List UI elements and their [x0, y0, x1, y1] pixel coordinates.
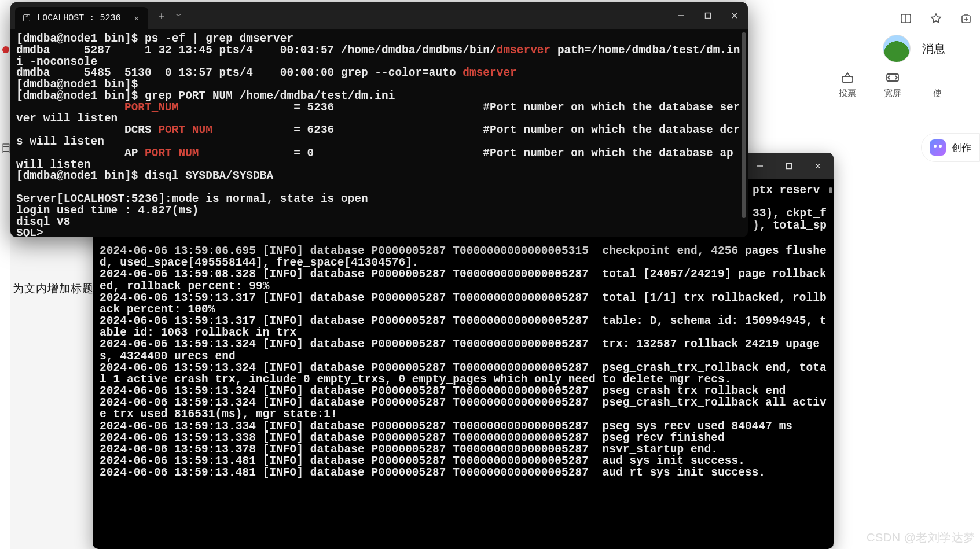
widescreen-label: 宽屏	[884, 88, 901, 99]
widescreen-icon	[884, 69, 901, 86]
terminal-text: dmserver	[497, 44, 551, 57]
widescreen-action[interactable]: 宽屏	[884, 69, 901, 99]
terminal-text: PORT_NUM	[124, 101, 179, 114]
terminal-text: PORT_NUM	[158, 124, 212, 137]
main-terminal-titlebar[interactable]: LOCALHOST : 5236 / SYSD ✕ ＋ ﹀	[10, 2, 748, 29]
use-icon	[929, 69, 945, 86]
log-right-partial: ptx_reserv 33), ckpt_f ), total_sp	[753, 185, 827, 231]
log-terminal-output[interactable]: 2024-06-06 13:59:06.695 [INFO] database …	[100, 245, 827, 542]
terminal-text: login used time : 4.827(ms)	[16, 204, 199, 217]
terminal-text: DCRS_	[16, 124, 158, 137]
messages-label[interactable]: 消息	[922, 41, 945, 57]
terminal-text: [dmdba@node1 bin]$ ps -ef | grep dmserve…	[16, 32, 293, 45]
maximize-button[interactable]	[695, 6, 721, 25]
terminal-text: AP_	[16, 147, 145, 160]
terminal-text: dmserver	[463, 67, 517, 79]
terminal-text: dmdba 5485 5130 0 13:57 pts/4 00:00:00 g…	[16, 67, 463, 79]
red-badge-icon	[2, 46, 9, 53]
scrollbar-track[interactable]	[742, 32, 746, 234]
tab-title: LOCALHOST : 5236 / SYSD	[37, 13, 126, 23]
terminal-text: disql V8	[16, 216, 71, 229]
terminal-text: [dmdba@node1 bin]$ disql SYSDBA/SYSDBA	[16, 170, 273, 182]
terminal-text: SQL>	[16, 227, 50, 237]
favorites-icon[interactable]	[929, 12, 943, 25]
vote-label: 投票	[839, 88, 856, 99]
terminal-text: [dmdba@node1 bin]$ grep PORT_NUM /home/d…	[16, 90, 395, 102]
tab-close-icon[interactable]: ✕	[133, 13, 140, 23]
split-view-icon[interactable]	[899, 12, 913, 25]
left-partial-2: 为文内增加标题，	[13, 281, 105, 296]
main-terminal-window: LOCALHOST : 5236 / SYSD ✕ ＋ ﹀ [dmdba@nod…	[10, 2, 748, 237]
browser-toolbar-icons	[899, 12, 973, 25]
ai-assist-pill[interactable]: 创作	[921, 133, 980, 162]
vote-icon	[839, 69, 856, 86]
minimize-button[interactable]	[747, 157, 773, 175]
ai-bot-icon	[930, 139, 946, 156]
use-action[interactable]: 使	[929, 69, 945, 99]
tab-dropdown-icon[interactable]: ﹀	[171, 11, 186, 21]
scrollbar-thumb[interactable]	[829, 187, 832, 193]
new-tab-button[interactable]: ＋	[152, 6, 171, 25]
close-button[interactable]	[805, 157, 831, 175]
svg-rect-2	[842, 76, 853, 82]
ai-assist-label: 创作	[952, 141, 971, 154]
left-gutter	[0, 0, 10, 549]
close-button[interactable]	[721, 6, 748, 25]
use-label: 使	[933, 88, 942, 99]
vote-action[interactable]: 投票	[839, 69, 856, 99]
svg-rect-5	[706, 13, 711, 19]
terminal-icon	[23, 14, 30, 21]
main-terminal-output[interactable]: [dmdba@node1 bin]$ ps -ef | grep dmserve…	[10, 29, 748, 237]
maximize-button[interactable]	[776, 157, 802, 175]
terminal-text: dmdba 5287 1 32 13:45 pts/4 00:03:57 /ho…	[16, 44, 497, 57]
profile-area: 消息	[883, 35, 945, 62]
terminal-text: PORT_NUM	[145, 147, 199, 160]
collections-icon[interactable]	[959, 12, 973, 25]
terminal-text: [dmdba@node1 bin]$	[16, 78, 138, 91]
terminal-tab[interactable]: LOCALHOST : 5236 / SYSD ✕	[15, 7, 148, 29]
scrollbar-thumb[interactable]	[742, 32, 746, 218]
svg-rect-4	[787, 164, 792, 169]
action-row: 投票 宽屏 使	[839, 69, 945, 99]
minimize-button[interactable]	[668, 6, 695, 25]
avatar[interactable]	[883, 35, 911, 62]
terminal-text	[16, 101, 124, 114]
terminal-text: Server[LOCALHOST:5236]:mode is normal, s…	[16, 193, 368, 205]
watermark: CSDN @老刘学达梦	[867, 530, 975, 546]
